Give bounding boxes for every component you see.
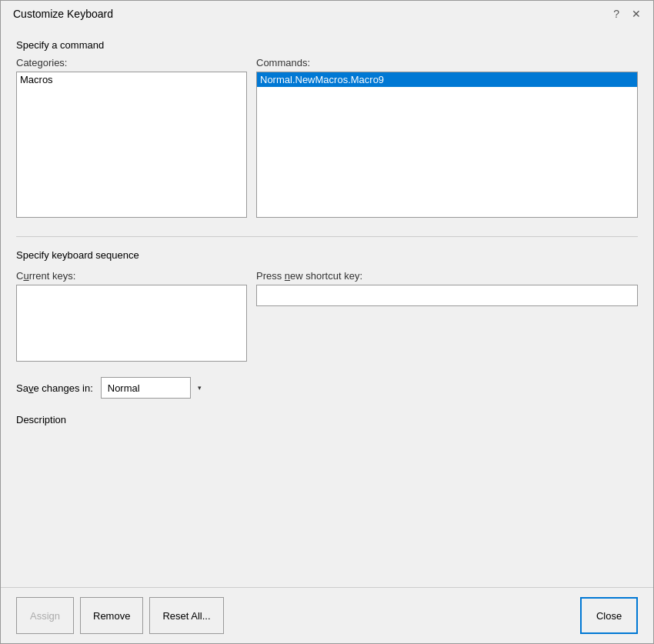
save-changes-dropdown-wrapper: Normal Document1 ▾ [101,377,209,399]
current-keys-col: Current keys: [16,270,247,362]
title-bar-left: Customize Keyboard [13,8,113,20]
dialog-content: Specify a command Categories: Macros Com… [1,27,653,587]
close-button[interactable]: Close [580,597,638,634]
remove-button[interactable]: Remove [80,597,143,634]
shortcut-input[interactable] [256,285,638,306]
commands-listbox-wrapper: Normal.NewMacros.Macro9 [256,72,638,218]
button-bar: Assign Remove Reset All... Close [1,588,653,643]
commands-col: Commands: Normal.NewMacros.Macro9 [256,57,638,218]
commands-label: Commands: [256,57,638,68]
keyboard-section: Specify keyboard sequence Current keys: … [16,249,638,362]
title-bar-right: ? ✕ [610,7,644,21]
close-x-button[interactable]: ✕ [629,7,644,21]
categories-col: Categories: Macros [16,57,247,218]
dialog-title: Customize Keyboard [13,8,113,20]
commands-item-macro9[interactable]: Normal.NewMacros.Macro9 [257,72,637,87]
title-bar: Customize Keyboard ? ✕ [1,1,653,27]
separator-1 [16,236,638,237]
save-changes-dropdown[interactable]: Normal Document1 [101,377,209,399]
assign-button[interactable]: Assign [16,597,74,634]
current-keys-label: Current keys: [16,270,247,282]
description-label: Description [16,414,638,425]
customize-keyboard-dialog: Customize Keyboard ? ✕ Specify a command… [0,0,654,644]
current-keys-listbox-wrapper [16,285,247,362]
press-shortcut-label: Press new shortcut key: [256,270,638,282]
keyboard-sequence-label: Specify keyboard sequence [16,249,638,261]
save-changes-row: Save changes in: Normal Document1 ▾ [16,377,638,399]
reset-all-button[interactable]: Reset All... [149,597,223,634]
current-keys-listbox[interactable] [16,285,247,362]
keyboard-row: Current keys: Press new shortcut key: [16,270,638,362]
button-bar-left: Assign Remove Reset All... [16,597,224,634]
command-row: Categories: Macros Commands: Normal.NewM… [16,57,638,218]
categories-listbox[interactable]: Macros [16,72,247,218]
categories-listbox-wrapper: Macros [16,72,247,218]
save-changes-label: Save changes in: [16,382,93,394]
categories-label: Categories: [16,57,247,68]
spacer [16,438,638,578]
shortcut-input-wrapper [256,285,638,306]
shortcut-col: Press new shortcut key: [256,270,638,362]
help-button[interactable]: ? [610,7,622,21]
categories-item-macros[interactable]: Macros [17,72,246,87]
description-section: Description [16,414,638,425]
commands-listbox[interactable]: Normal.NewMacros.Macro9 [256,72,638,218]
specify-command-label: Specify a command [16,39,638,51]
